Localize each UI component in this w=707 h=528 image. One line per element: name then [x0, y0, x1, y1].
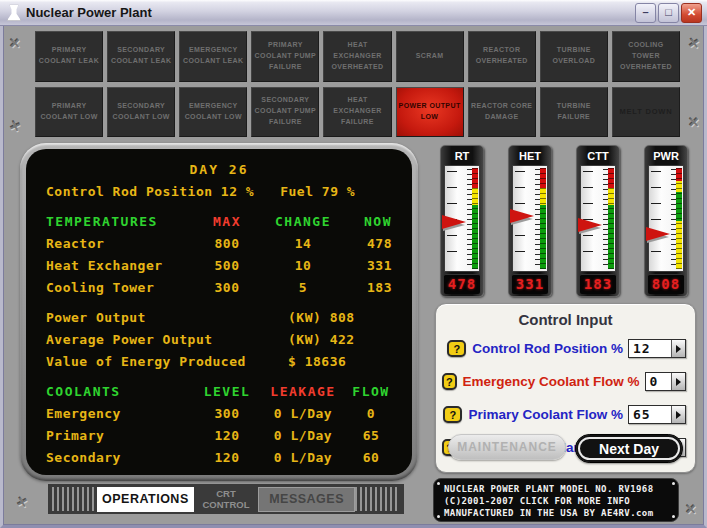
gauge-cooling-tower-temperature: CTT 183	[576, 145, 620, 297]
warning-light-reactor-overheated: REACTOR OVERHEATED	[468, 31, 536, 82]
screw-icon: ✕	[686, 36, 702, 52]
gauge-needle-icon	[646, 227, 672, 241]
help-button[interactable]: ?	[443, 406, 462, 423]
speaker-grille-icon	[355, 487, 400, 511]
crt-average-power-line: Average Power Output (KW) 422	[46, 329, 392, 351]
title-bar: Nuclear Power Plant – □ ✕	[0, 0, 707, 26]
warning-light-turbine-overload: TURBINE OVERLOAD	[540, 31, 608, 82]
rivet-icon	[672, 482, 675, 485]
stepper-arrow-button[interactable]	[671, 406, 685, 423]
crt-fuel-value: Fuel 79 %	[280, 184, 355, 199]
warning-light-emergency-coolant-leak: EMERGENCY COOLANT LEAK	[179, 31, 247, 82]
crt-screen: DAY 26 Control Rod Position 12 %Fuel 79 …	[26, 149, 412, 475]
minimize-button[interactable]: –	[635, 3, 656, 23]
crt-coolant-row-emergency: Emergency 300 0 L/Day 0	[46, 403, 392, 425]
rivet-icon	[437, 515, 440, 518]
crt-temps-row-heat-exchanger: Heat Exchanger 500 10 331	[46, 255, 392, 277]
next-day-button[interactable]: Next Day	[575, 434, 683, 463]
cooling-tower-icon	[7, 5, 21, 21]
emergency-coolant-flow-stepper[interactable]: 0	[645, 372, 686, 391]
screw-icon: ✕	[6, 118, 24, 136]
gauge-meter	[512, 165, 548, 272]
warning-light-primary-coolant-low: PRIMARY COOLANT LOW	[35, 87, 103, 138]
primary-coolant-flow-value[interactable]: 65	[629, 406, 671, 423]
control-rod-position-label: Control Rod Position %	[472, 341, 623, 356]
warning-light-reactor-core-damage: REACTOR CORE DAMAGE	[468, 87, 536, 138]
gauge-cluster: RT 478 HET 331 CTT	[440, 145, 688, 297]
stepper-arrow-button[interactable]	[671, 373, 685, 390]
warning-light-power-output-low-active: POWER OUTPUT LOW	[396, 87, 464, 138]
info-line-copyright: (C)2001-2007 CLICK FOR MORE INFO	[444, 495, 678, 507]
panel-button-row: MAINTENANCE Next Day	[448, 434, 683, 463]
primary-coolant-flow-row: ? Primary Coolant Flow % 65	[442, 402, 686, 427]
help-button[interactable]: ?	[447, 340, 466, 357]
window-title: Nuclear Power Plant	[26, 5, 633, 20]
screw-icon: ✕	[13, 494, 30, 511]
crt-temps-row-cooling-tower: Cooling Tower 300 5 183	[46, 277, 392, 299]
control-rod-position-row: ? Control Rod Position % 12	[442, 336, 686, 361]
rivet-icon	[437, 482, 440, 485]
warning-light-heat-exchanger-overheated: HEAT EXCHANGER OVERHEATED	[323, 31, 391, 82]
warning-light-grid: PRIMARY COOLANT LEAK SECONDARY COOLANT L…	[35, 31, 680, 137]
app-window: Nuclear Power Plant – □ ✕ PRIMARY COOLAN…	[0, 0, 707, 528]
model-info-plate[interactable]: NUCLEAR POWER PLANT MODEL NO. RV1968 (C)…	[433, 478, 679, 522]
warning-light-melt-down: MELT DOWN	[612, 87, 680, 138]
gauge-readout: 808	[648, 274, 684, 294]
crt-temps-header: TEMPERATURES MAX CHANGE NOW	[46, 211, 392, 233]
help-button[interactable]: ?	[442, 373, 457, 390]
gauge-readout: 331	[512, 274, 548, 294]
warning-light-heat-exchanger-failure: HEAT EXCHANGER FAILURE	[323, 87, 391, 138]
gauge-heat-exchanger-temperature: HET 331	[508, 145, 552, 297]
gauge-readout: 183	[580, 274, 616, 294]
primary-coolant-flow-label: Primary Coolant Flow %	[468, 407, 623, 422]
screw-icon: ✕	[684, 503, 698, 517]
warning-light-secondary-coolant-low: SECONDARY COOLANT LOW	[107, 87, 175, 138]
warning-light-primary-coolant-pump-failure: PRIMARY COOLANT PUMP FAILURE	[251, 31, 319, 82]
gauge-readout: 478	[444, 274, 480, 294]
warning-light-emergency-coolant-low: EMERGENCY COOLANT LOW	[179, 87, 247, 138]
gauge-needle-icon	[578, 218, 604, 232]
emergency-coolant-flow-row: ? Emergency Coolant Flow % 0	[442, 369, 686, 394]
warning-light-primary-coolant-leak: PRIMARY COOLANT LEAK	[35, 31, 103, 82]
control-rod-position-value[interactable]: 12	[629, 340, 671, 357]
emergency-coolant-flow-label: Emergency Coolant Flow %	[463, 374, 640, 389]
crt-coolants-header: COOLANTS LEVEL LEAKAGE FLOW	[46, 381, 392, 403]
speaker-grille-icon	[52, 487, 97, 511]
stepper-arrow-button[interactable]	[671, 340, 685, 357]
crt-control-rod-value: Control Rod Position 12 %	[46, 184, 254, 199]
control-input-panel: Control Input ? Control Rod Position % 1…	[435, 303, 696, 473]
maximize-button[interactable]: □	[658, 3, 679, 23]
tab-operations[interactable]: OPERATIONS	[97, 487, 193, 512]
tab-messages[interactable]: MESSAGES	[258, 487, 354, 512]
right-arrow-icon	[676, 345, 681, 353]
right-arrow-icon	[676, 378, 681, 386]
bottom-tab-bar: OPERATIONS CRT CONTROL MESSAGES	[48, 484, 404, 514]
warning-light-secondary-coolant-leak: SECONDARY COOLANT LEAK	[107, 31, 175, 82]
tab-crt-control[interactable]: CRT CONTROL	[194, 488, 259, 510]
gauge-needle-icon	[442, 215, 468, 229]
crt-energy-value-line: Value of Energy Produced $ 18636	[46, 351, 392, 373]
gauge-meter	[444, 165, 480, 272]
screw-icon: ✕	[687, 116, 701, 130]
info-line-model: NUCLEAR POWER PLANT MODEL NO. RV1968	[444, 483, 678, 495]
rivet-icon	[672, 515, 675, 518]
info-line-manufactured: MANUFACTURED IN THE USA BY AE4RV.com	[444, 507, 678, 519]
crt-day-line: DAY 26	[46, 159, 392, 181]
screw-icon: ✕	[8, 37, 22, 51]
gauge-reactor-temperature: RT 478	[440, 145, 484, 297]
gauge-meter	[648, 165, 684, 272]
close-button[interactable]: ✕	[681, 3, 702, 23]
crt-coolant-row-primary: Primary 120 0 L/Day 65	[46, 425, 392, 447]
warning-light-secondary-coolant-pump-failure: SECONDARY COOLANT PUMP FAILURE	[251, 87, 319, 138]
gauge-power-output: PWR 808	[644, 145, 688, 297]
warning-light-scram: SCRAM	[396, 31, 464, 82]
warning-light-cooling-tower-overheated: COOLING TOWER OVERHEATED	[612, 31, 680, 82]
maintenance-button[interactable]: MAINTENANCE	[448, 434, 566, 460]
warning-light-turbine-failure: TURBINE FAILURE	[540, 87, 608, 138]
crt-temps-row-reactor: Reactor 800 14 478	[46, 233, 392, 255]
emergency-coolant-flow-value[interactable]: 0	[646, 373, 671, 390]
crt-power-output-line: Power Output (KW) 808	[46, 307, 392, 329]
right-arrow-icon	[676, 411, 681, 419]
control-rod-position-stepper[interactable]: 12	[628, 339, 686, 358]
primary-coolant-flow-stepper[interactable]: 65	[628, 405, 686, 424]
